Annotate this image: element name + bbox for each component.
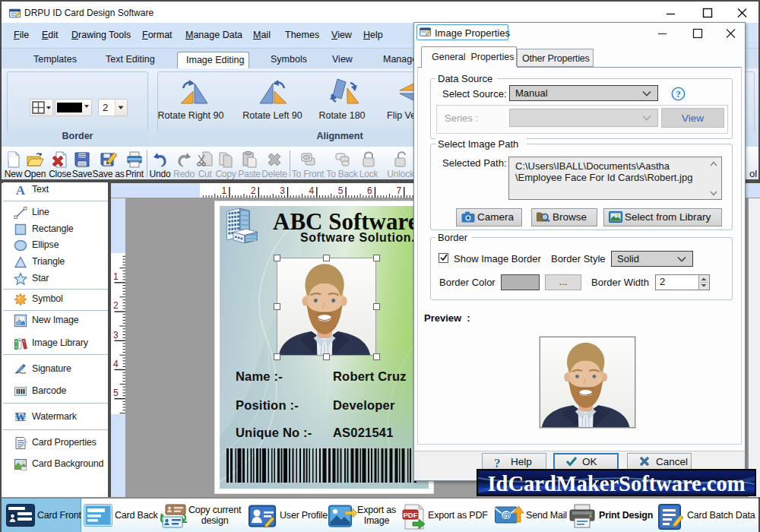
svg-text:2: 2: [113, 300, 119, 311]
svg-text:4: 4: [113, 359, 119, 369]
svg-text:W: W: [15, 412, 26, 423]
svg-text:4: 4: [309, 185, 315, 196]
svg-text:PDF: PDF: [404, 511, 418, 519]
svg-text:3: 3: [280, 185, 285, 196]
svg-text:5: 5: [113, 388, 119, 398]
svg-text:?: ?: [676, 89, 680, 100]
svg-text:2: 2: [251, 185, 256, 196]
svg-text:A: A: [16, 183, 26, 197]
svg-text:@: @: [502, 511, 511, 520]
svg-text:7: 7: [396, 185, 401, 196]
svg-text:1: 1: [113, 271, 119, 282]
svg-text:6: 6: [367, 185, 372, 196]
svg-text:1: 1: [222, 185, 227, 196]
svg-text:3: 3: [113, 330, 119, 340]
svg-text:5: 5: [338, 185, 344, 196]
